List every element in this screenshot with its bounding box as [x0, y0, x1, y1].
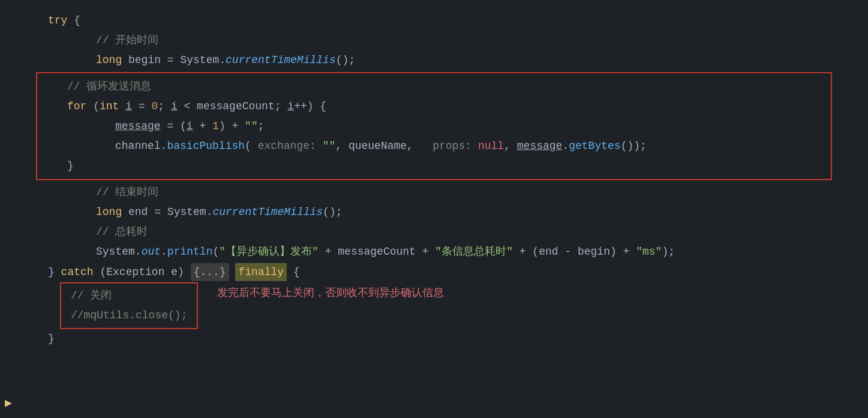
line-long-begin: long begin = System. currentTimeMillis (…: [0, 50, 868, 70]
arrow-indicator: ▶: [5, 394, 12, 413]
line-println: System. out . println ( "【异步确认】发布" + mes…: [0, 242, 868, 262]
finally-keyword: finally: [235, 263, 287, 282]
annotation-text: 发完后不要马上关闭，否则收不到异步确认信息: [217, 282, 444, 302]
line-message-assign: message = ( i + 1 ) + "" ;: [43, 117, 825, 136]
line-long-end: long end = System. currentTimeMillis ();: [0, 202, 868, 222]
code-editor: try { // 开始时间 long begin = System. curre…: [0, 6, 868, 354]
line-catch: } catch (Exception e) {...} finally {: [0, 262, 868, 283]
finally-block: // 关闭 //mqUtils.close(); 发完后不要马上关闭，否则收不到…: [0, 282, 868, 329]
line-close: }: [0, 329, 868, 349]
line-basic-publish: channel. basicPublish ( exchange: "" , q…: [43, 136, 825, 156]
line-comment-close: // 关闭: [71, 286, 187, 306]
line-comment-end: // 结束时间: [0, 183, 868, 202]
line-comment-total: // 总耗时: [0, 222, 868, 242]
line-for: for ( int i = 0 ; i < messageCount; i ++…: [43, 97, 825, 117]
highlight-box-loop: // 循环发送消息 for ( int i = 0 ; i < messageC…: [36, 72, 832, 180]
catch-dots: {...}: [191, 263, 229, 282]
line-comment-loop: // 循环发送消息: [43, 77, 825, 97]
line-try-open: try {: [0, 11, 868, 31]
line-comment-begin: // 开始时间: [0, 31, 868, 50]
line-mqutils: //mqUtils.close();: [71, 306, 187, 326]
highlight-box-close: // 关闭 //mqUtils.close();: [60, 282, 198, 329]
line-for-close: }: [43, 156, 825, 176]
keyword-try: try: [48, 12, 67, 29]
